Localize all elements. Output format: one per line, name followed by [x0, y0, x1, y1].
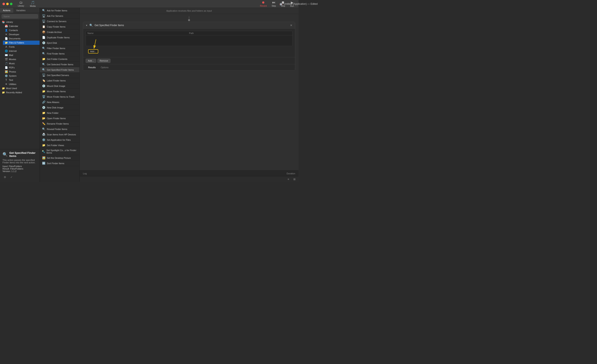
action-icon-filter-finder: 🔍: [42, 47, 46, 50]
sidebar-item-most-used[interactable]: 📁 Most Used: [0, 86, 39, 90]
sidebar-item-utilities[interactable]: ✕ Utilities: [3, 82, 39, 86]
search-input[interactable]: [2, 14, 38, 18]
sidebar-item-fonts[interactable]: A Fonts: [3, 45, 39, 49]
action-item-find-finder[interactable]: 🔍 Find Finder Items: [40, 51, 79, 56]
gear-button[interactable]: ⚙: [2, 175, 8, 179]
action-item-scan-hp[interactable]: 🖨️ Scan Items from HP Devices: [40, 132, 79, 137]
tree-icon-developer: ✕: [5, 33, 8, 36]
action-item-set-desktop[interactable]: 🖼️ Set the Desktop Picture: [40, 155, 79, 161]
action-item-set-folder-views[interactable]: 📁 Set Folder Views: [40, 142, 79, 148]
action-item-move-trash[interactable]: 🗑️ Move Finder Items to Trash: [40, 94, 79, 100]
action-item-get-folder[interactable]: 📁 Get Folder Contents: [40, 56, 79, 62]
action-item-ask-finder[interactable]: 🔍 Ask for Finder Items: [40, 8, 79, 13]
action-label-rename-finder: Rename Finder Items: [47, 123, 69, 125]
action-icon-set-app: ⚙️: [42, 138, 46, 141]
sidebar-item-recently-added[interactable]: 📁 Recently Added: [0, 90, 39, 95]
action-item-rename-finder[interactable]: ✏️ Rename Finder Items: [40, 121, 79, 127]
tree-icon-contacts: 👤: [5, 29, 8, 32]
action-item-connect-servers[interactable]: 🖥️ Connect to Servers: [40, 19, 79, 24]
action-icon-set-desktop: 🖼️: [42, 156, 46, 159]
card-close-btn[interactable]: ✕: [290, 24, 292, 27]
sidebar-tabs: Actions Variables: [0, 8, 39, 13]
library-toolbar-btn[interactable]: 🗂 Library: [16, 0, 26, 8]
action-icon-get-folder: 📁: [42, 57, 46, 61]
remove-footer-btn[interactable]: Remove: [97, 59, 110, 63]
action-icon-ask-finder: 🔍: [42, 9, 46, 12]
sidebar-item-documents[interactable]: 📄 Documents: [3, 37, 39, 41]
detail-description: This action passes the specified Finder …: [2, 159, 37, 164]
media-label: Media: [30, 5, 36, 7]
action-item-filter-finder[interactable]: 🔍 Filter Finder Items: [40, 46, 79, 51]
action-item-sort-finder[interactable]: 🔤 Sort Finder Items: [40, 161, 79, 166]
action-label-scan-hp: Scan Items from HP Devices: [47, 133, 76, 136]
action-item-eject-disk[interactable]: 💿 Eject Disk: [40, 40, 79, 46]
step-button[interactable]: ⏭ Step: [269, 0, 278, 8]
collapse-btn[interactable]: ▼: [86, 24, 88, 26]
grid-view-btn[interactable]: ⊞: [292, 177, 297, 181]
add-button-highlighted[interactable]: Add...: [88, 49, 98, 54]
sidebar-item-photos[interactable]: 🖼️ Photos: [3, 70, 39, 74]
action-item-label-finder[interactable]: 🏷️ Label Finder Items: [40, 78, 79, 83]
action-item-ask-servers[interactable]: 🖥️ Ask For Servers: [40, 13, 79, 19]
sidebar-item-contacts[interactable]: 👤 Contacts: [3, 28, 39, 32]
sidebar-item-system[interactable]: ⚙️ System: [3, 74, 39, 78]
action-item-duplicate-finder[interactable]: 📄 Duplicate Finder Items: [40, 35, 79, 40]
tab-actions[interactable]: Actions: [0, 8, 13, 13]
action-icon-open-finder: 📂: [42, 117, 46, 120]
action-label-open-finder: Open Finder Items: [47, 117, 66, 120]
workflow-header: Application receives files and folders a…: [80, 8, 298, 14]
media-toolbar-btn[interactable]: 🎵 Media: [28, 0, 38, 8]
sidebar-item-calendar[interactable]: 📅 Calendar: [3, 24, 39, 28]
tree-icon-mail: ✉️: [5, 54, 8, 57]
sidebar-item-developer[interactable]: ✕ Developer: [3, 32, 39, 37]
tree-icon-documents: 📄: [5, 37, 8, 40]
detail-title-row: 🔍 Get Specified Finder Items: [2, 151, 37, 158]
minimize-button[interactable]: [6, 3, 9, 5]
action-item-reveal-finder[interactable]: 🔍 Reveal Finder Items: [40, 127, 79, 132]
action-icon-new-aliases: 🔗: [42, 101, 46, 104]
sidebar-item-pdfs[interactable]: 📄 PDFs: [3, 65, 39, 70]
tab-variables[interactable]: Variables: [13, 8, 28, 13]
record-button[interactable]: ⏺ Record: [258, 0, 269, 8]
action-item-copy-finder[interactable]: 📋 Copy Finder Items: [40, 24, 79, 29]
action-item-create-archive[interactable]: 📦 Create Archive: [40, 29, 79, 35]
sidebar-item-library[interactable]: 📚 Library: [0, 20, 39, 24]
action-item-new-aliases[interactable]: 🔗 New Aliases: [40, 100, 79, 105]
tree-icon-movies: 🎬: [5, 58, 8, 61]
sidebar-item-mail[interactable]: ✉️ Mail: [3, 53, 39, 57]
action-item-set-app[interactable]: ⚙️ Set Application for Files: [40, 137, 79, 142]
action-item-new-disk[interactable]: 💿 New Disk Image: [40, 105, 79, 110]
tree-label-files-folders: Files & Folders: [9, 41, 24, 44]
action-item-mount-disk[interactable]: 💿 Mount Disk Image: [40, 83, 79, 89]
action-item-get-servers[interactable]: 🖥️ Get Specified Servers: [40, 72, 79, 78]
sidebar-item-music[interactable]: 🎵 Music: [3, 61, 39, 65]
action-item-move-finder[interactable]: 📁 Move Finder Items: [40, 89, 79, 94]
sidebar-item-internet[interactable]: 🌐 Internet: [3, 49, 39, 53]
sidebar: Actions Variables 📚 Library 📅 Calendar 👤…: [0, 8, 40, 182]
tree-icon-utilities: ✕: [5, 83, 8, 86]
sidebar-item-text[interactable]: T Text: [3, 78, 39, 82]
sidebar-item-files-folders[interactable]: 📁 Files & Folders: [3, 41, 39, 45]
bottom-bar: ≡ ⊞: [80, 176, 298, 182]
tree-icon-photos: 🖼️: [5, 70, 8, 73]
action-label-label-finder: Label Finder Items: [47, 79, 66, 82]
action-item-set-spotlight[interactable]: 🔦 Set Spotlight Co...s for Finder Items: [40, 148, 79, 155]
duration-label: Duration: [286, 172, 295, 175]
close-button[interactable]: [2, 3, 5, 5]
action-icon-set-spotlight: 🔦: [42, 150, 45, 153]
tab-options[interactable]: Options: [98, 65, 111, 69]
action-item-open-finder[interactable]: 📂 Open Finder Items: [40, 116, 79, 121]
tree-label-system: System: [9, 75, 16, 77]
check-button[interactable]: ✓: [9, 175, 14, 179]
list-view-btn[interactable]: ≡: [286, 177, 291, 181]
tab-results[interactable]: Results: [86, 65, 98, 69]
maximize-button[interactable]: [10, 3, 12, 5]
add-footer-btn[interactable]: Add...: [86, 59, 96, 63]
action-item-get-specified[interactable]: 🔍 Get Specified Finder Items: [40, 67, 79, 72]
action-item-new-folder[interactable]: 📁 New Folder: [40, 110, 79, 116]
action-item-get-selected[interactable]: 🔍 Get Selected Finder Items: [40, 62, 79, 67]
tree-label-developer: Developer: [9, 33, 19, 36]
sidebar-item-movies[interactable]: 🎬 Movies: [3, 57, 39, 61]
action-label-new-aliases: New Aliases: [47, 101, 59, 103]
tree-icon-text: T: [5, 79, 8, 81]
